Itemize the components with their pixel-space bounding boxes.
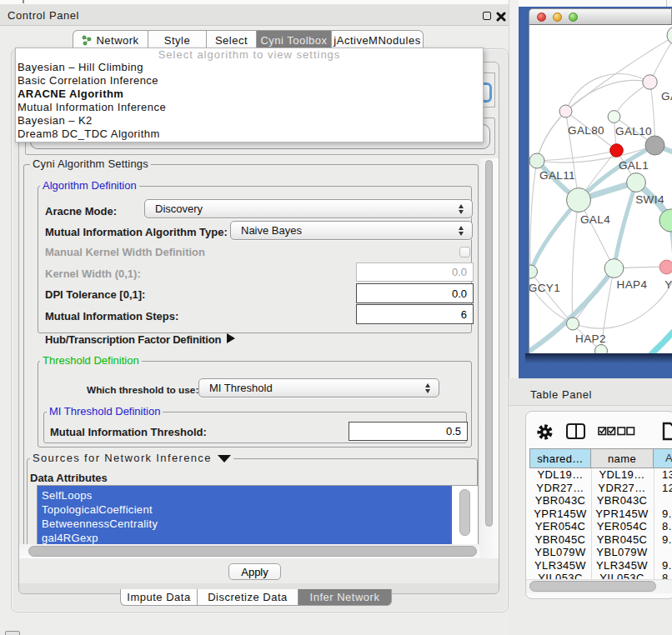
svg-text:SWI4: SWI4: [635, 193, 664, 206]
svg-text:Y: Y: [664, 278, 672, 291]
svg-text:GAL80: GAL80: [568, 124, 604, 137]
svg-text:GCY1: GCY1: [529, 282, 560, 294]
svg-text:GAL10: GAL10: [615, 125, 652, 138]
svg-text:GAL1: GAL1: [619, 159, 649, 172]
svg-text:GAL: GAL: [661, 90, 672, 102]
svg-text:HAP2: HAP2: [575, 332, 606, 345]
svg-text:GAL4: GAL4: [580, 213, 610, 226]
svg-text:HAP4: HAP4: [617, 278, 648, 291]
svg-text:GAL11: GAL11: [539, 169, 575, 182]
